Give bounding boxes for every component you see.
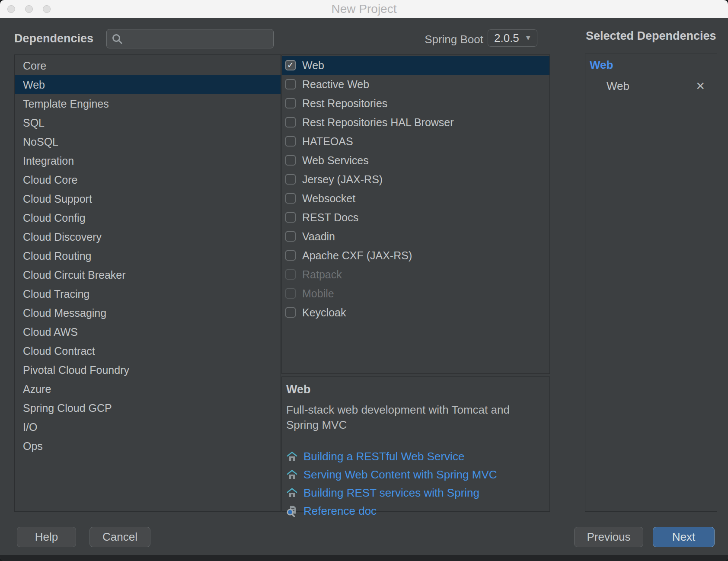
dependency-item-label: Mobile — [302, 287, 334, 300]
category-item-cloud-circuit-breaker[interactable]: Cloud Circuit Breaker — [15, 265, 281, 284]
next-button[interactable]: Next — [653, 527, 715, 547]
category-item-ops[interactable]: Ops — [15, 437, 281, 456]
guide-link-label: Serving Web Content with Spring MVC — [303, 468, 497, 481]
checkbox-icon[interactable] — [285, 79, 296, 89]
selected-dependency-label: Web — [607, 80, 629, 93]
dependency-item-mobile[interactable]: Mobile — [282, 284, 549, 303]
checkbox-icon[interactable] — [285, 117, 296, 128]
dependency-item-reactive-web[interactable]: Reactive Web — [282, 75, 549, 94]
spring-boot-version-value: 2.0.5 — [494, 32, 519, 45]
checkmark-icon: ✓ — [287, 61, 294, 69]
window-title: New Project — [0, 2, 728, 16]
description-text: Full-stack web development with Tomcat a… — [286, 402, 539, 433]
category-item-i-o[interactable]: I/O — [15, 418, 281, 437]
dependency-item-label: HATEOAS — [302, 135, 353, 148]
reference-doc-icon — [286, 505, 298, 517]
selected-dependencies-panel: WebWeb✕ — [585, 54, 717, 512]
dependency-item-apache-cxf-jax-rs-[interactable]: Apache CXF (JAX-RS) — [282, 246, 549, 265]
previous-button[interactable]: Previous — [574, 527, 643, 547]
guide-link-building-rest-services-with-spring[interactable]: Building REST services with Spring — [286, 486, 543, 500]
titlebar: New Project — [0, 0, 728, 18]
dependency-item-jersey-jax-rs-[interactable]: Jersey (JAX-RS) — [282, 170, 549, 189]
category-item-cloud-core[interactable]: Cloud Core — [15, 170, 281, 189]
window-bottom-edge — [0, 555, 728, 561]
description-title: Web — [286, 383, 543, 396]
category-item-cloud-aws[interactable]: Cloud AWS — [15, 322, 281, 341]
guide-link-label: Building a RESTful Web Service — [303, 450, 464, 463]
guide-home-icon — [286, 487, 298, 499]
guide-link-serving-web-content-with-spring-mvc[interactable]: Serving Web Content with Spring MVC — [286, 468, 543, 481]
category-item-cloud-discovery[interactable]: Cloud Discovery — [15, 227, 281, 246]
category-item-cloud-routing[interactable]: Cloud Routing — [15, 246, 281, 265]
category-item-sql[interactable]: SQL — [15, 113, 281, 132]
dependency-item-label: Web Services — [302, 154, 369, 167]
dependency-item-keycloak[interactable]: Keycloak — [282, 303, 549, 322]
category-item-cloud-config[interactable]: Cloud Config — [15, 208, 281, 227]
dependency-item-label: REST Docs — [302, 211, 358, 224]
guide-link-label: Reference doc — [303, 504, 377, 518]
dependency-item-label: Reactive Web — [302, 78, 369, 91]
checkbox-icon[interactable] — [285, 193, 296, 204]
dependency-item-label: Ratpack — [302, 268, 342, 281]
dependency-item-web[interactable]: ✓Web — [282, 56, 549, 75]
category-item-pivotal-cloud-foundry[interactable]: Pivotal Cloud Foundry — [15, 360, 281, 379]
category-item-web[interactable]: Web — [15, 75, 281, 94]
guide-links: Building a RESTful Web ServiceServing We… — [286, 450, 543, 518]
dependency-description-panel: Web Full-stack web development with Tomc… — [281, 376, 550, 512]
close-icon[interactable]: ✕ — [696, 80, 705, 92]
dependency-list: ✓WebReactive WebRest RepositoriesRest Re… — [281, 54, 550, 374]
cancel-button[interactable]: Cancel — [89, 527, 150, 547]
dependency-item-label: Rest Repositories HAL Browser — [302, 116, 454, 129]
selected-dependency-item-web: Web✕ — [585, 79, 717, 93]
dependency-item-label: Web — [302, 59, 324, 72]
selected-dependencies-label: Selected Dependencies — [586, 29, 716, 43]
checkbox-icon[interactable] — [285, 136, 296, 147]
checkbox-icon[interactable] — [285, 250, 296, 261]
category-item-cloud-messaging[interactable]: Cloud Messaging — [15, 303, 281, 322]
dependency-item-vaadin[interactable]: Vaadin — [282, 227, 549, 246]
checkbox-icon — [285, 288, 296, 299]
guide-home-icon — [286, 469, 298, 481]
dependency-item-label: Vaadin — [302, 230, 335, 243]
checkbox-icon[interactable] — [285, 98, 296, 108]
checkbox-icon[interactable] — [285, 307, 296, 318]
category-item-template-engines[interactable]: Template Engines — [15, 94, 281, 113]
dependency-item-websocket[interactable]: Websocket — [282, 189, 549, 208]
help-button[interactable]: Help — [17, 527, 76, 547]
category-item-integration[interactable]: Integration — [15, 151, 281, 170]
dependency-item-ratpack[interactable]: Ratpack — [282, 265, 549, 284]
dependency-item-hateoas[interactable]: HATEOAS — [282, 132, 549, 151]
guide-link-building-a-restful-web-service[interactable]: Building a RESTful Web Service — [286, 450, 543, 463]
spring-boot-label: Spring Boot — [0, 33, 483, 46]
dependency-item-rest-repositories[interactable]: Rest Repositories — [282, 94, 549, 113]
checkbox-icon[interactable] — [285, 212, 296, 223]
dependency-item-label: Rest Repositories — [302, 97, 387, 110]
checkbox-icon[interactable] — [285, 155, 296, 166]
guide-link-reference-doc[interactable]: Reference doc — [286, 504, 543, 518]
category-item-azure[interactable]: Azure — [15, 379, 281, 398]
category-item-nosql[interactable]: NoSQL — [15, 132, 281, 151]
chevron-down-icon: ▼ — [524, 34, 532, 42]
dependency-item-web-services[interactable]: Web Services — [282, 151, 549, 170]
category-item-cloud-tracing[interactable]: Cloud Tracing — [15, 284, 281, 303]
dependency-item-label: Jersey (JAX-RS) — [302, 173, 383, 186]
dependency-item-rest-docs[interactable]: REST Docs — [282, 208, 549, 227]
checkbox-icon[interactable] — [285, 174, 296, 185]
dependency-item-label: Websocket — [302, 192, 355, 205]
spring-boot-version-select[interactable]: 2.0.5 ▼ — [488, 29, 537, 47]
guide-link-label: Building REST services with Spring — [303, 486, 479, 500]
dependency-item-label: Keycloak — [302, 306, 346, 319]
checkbox-icon[interactable] — [285, 231, 296, 242]
category-item-spring-cloud-gcp[interactable]: Spring Cloud GCP — [15, 398, 281, 418]
new-project-dialog: New Project Dependencies Spring Boot 2.0… — [0, 0, 728, 561]
category-list: CoreWebTemplate EnginesSQLNoSQLIntegrati… — [14, 54, 281, 512]
checkbox-icon — [285, 269, 296, 280]
guide-home-icon — [286, 451, 298, 462]
selected-group-label: Web — [585, 58, 717, 72]
category-item-core[interactable]: Core — [15, 56, 281, 75]
category-item-cloud-support[interactable]: Cloud Support — [15, 189, 281, 208]
checkbox-checked-icon[interactable]: ✓ — [285, 60, 296, 70]
dependency-item-rest-repositories-hal-browser[interactable]: Rest Repositories HAL Browser — [282, 113, 549, 132]
category-item-cloud-contract[interactable]: Cloud Contract — [15, 341, 281, 360]
dependency-item-label: Apache CXF (JAX-RS) — [302, 249, 412, 262]
